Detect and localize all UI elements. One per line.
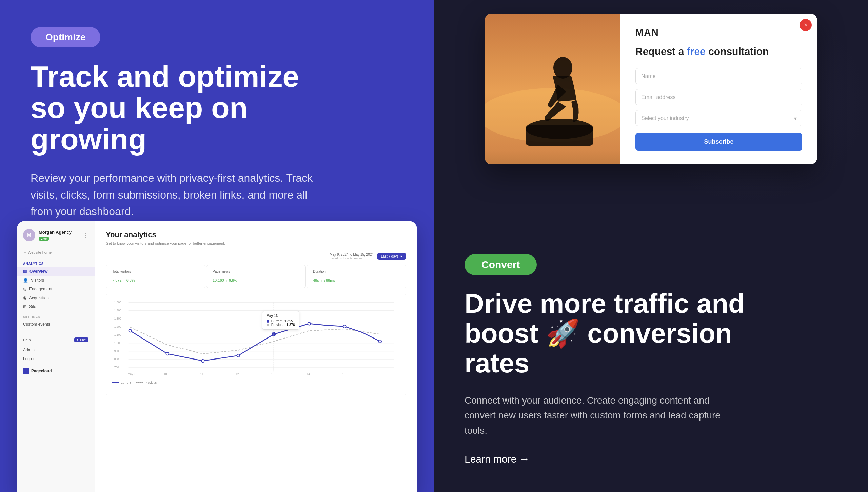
visitors-label: Visitors — [31, 278, 44, 283]
svg-point-36 — [553, 57, 572, 79]
learn-more-right-link[interactable]: Learn more → — [465, 453, 530, 465]
tooltip-current-row: Current 1,355 — [267, 319, 295, 323]
modal-title: Request a free consultation — [635, 45, 802, 58]
subscribe-button[interactable]: Subscribe — [635, 133, 802, 151]
svg-text:1,000: 1,000 — [114, 341, 121, 345]
svg-point-18 — [129, 329, 132, 332]
stat-pageviews-value: 10,160 ↑ 6.8% — [213, 275, 299, 283]
dashboard-sidebar: M Morgan Agency Live ⋮ ← Website home An… — [17, 221, 95, 492]
chart-svg: 1,500 1,400 1,300 1,200 1,100 1,000 900 … — [112, 299, 400, 377]
right-bottom-content: Convert Drive more traffic and boost 🚀 c… — [434, 234, 868, 492]
svg-text:1,100: 1,100 — [114, 333, 121, 336]
legend-prev-line — [136, 382, 143, 383]
sidebar-item-custom-events[interactable]: Custom events — [17, 320, 95, 329]
acquisition-label: Acquisition — [29, 295, 49, 300]
date-chip[interactable]: Last 7 days ▾ — [377, 253, 406, 260]
tooltip-date: May 13 — [267, 314, 295, 318]
sidebar-profile: M Morgan Agency Live ⋮ — [17, 229, 95, 247]
svg-text:14: 14 — [307, 372, 310, 376]
sidebar-pagecloud: Pagecloud — [17, 363, 95, 374]
legend-current-line — [112, 382, 119, 383]
pagecloud-icon — [23, 368, 29, 374]
svg-text:1,400: 1,400 — [114, 309, 121, 312]
sidebar-item-logout[interactable]: Log out — [17, 354, 95, 363]
chat-badge[interactable]: ✦ Chat — [74, 337, 88, 342]
consultation-modal: MAN Request a free consultation Select y… — [485, 14, 817, 164]
modal-close-button[interactable]: × — [800, 19, 812, 31]
sidebar-item-overview[interactable]: ▦ Overview — [17, 267, 95, 276]
date-range-label: May 9, 2024 to May 15, 2024 based on loc… — [330, 253, 374, 260]
svg-text:10: 10 — [164, 372, 167, 376]
dashboard-title: Your analytics — [106, 230, 406, 239]
svg-text:13: 13 — [271, 372, 275, 376]
modal-image — [485, 14, 620, 164]
sidebar-item-visitors[interactable]: 👤 Visitors — [17, 276, 95, 285]
name-input[interactable] — [635, 68, 802, 84]
svg-rect-38 — [526, 125, 593, 146]
modal-brand: MAN — [635, 27, 802, 38]
sidebar-item-site[interactable]: ⊞ Site — [17, 302, 95, 311]
analytics-dashboard-card: M Morgan Agency Live ⋮ ← Website home An… — [17, 221, 417, 492]
stat-page-views: Page views 10,160 ↑ 6.8% — [206, 265, 306, 288]
chart-tooltip: May 13 Current 1,355 Previous 1,276 — [262, 311, 299, 330]
left-panel: Optimize Track and optimize so you keep … — [0, 0, 434, 492]
stat-duration: Duration 48s ↑ 788ms — [307, 265, 406, 288]
sidebar-website-home[interactable]: ← Website home — [17, 247, 95, 258]
sidebar-item-admin[interactable]: Admin — [17, 346, 95, 354]
sidebar-dots-icon[interactable]: ⋮ — [83, 232, 88, 239]
svg-text:May 9: May 9 — [128, 372, 136, 376]
custom-events-label: Custom events — [23, 322, 50, 327]
visitors-icon: 👤 — [23, 278, 28, 283]
avatar: M — [23, 229, 35, 241]
stat-visitors-value: 7,872 ↑ 6.3% — [112, 275, 199, 283]
live-badge: Live — [39, 237, 49, 241]
right-heading: Drive more traffic and boost 🚀 conversio… — [465, 289, 770, 378]
chart-legend: Current Previous — [112, 381, 400, 384]
email-input[interactable] — [635, 89, 802, 105]
overview-icon: ▦ — [23, 269, 27, 274]
svg-text:900: 900 — [114, 349, 119, 353]
site-label: Site — [29, 304, 36, 309]
sidebar-item-engagement[interactable]: ◎ Engagement — [17, 285, 95, 293]
svg-text:1,300: 1,300 — [114, 317, 121, 320]
legend-current: Current — [112, 381, 131, 384]
chart-line-previous — [130, 327, 380, 354]
stat-total-visitors: Total visitors 7,872 ↑ 6.3% — [106, 265, 205, 288]
svg-text:11: 11 — [200, 372, 204, 376]
modal-form: MAN Request a free consultation Select y… — [620, 14, 817, 164]
analytics-section-label: Analytics — [17, 258, 95, 267]
industry-select-wrapper: Select your industry ▾ — [635, 110, 802, 126]
right-subtext: Connect with your audience. Create engag… — [465, 393, 743, 438]
profile-name: Morgan Agency — [39, 230, 72, 235]
tooltip-prev-row: Previous 1,276 — [267, 323, 295, 327]
tooltip-current-dot — [267, 320, 269, 323]
engagement-icon: ◎ — [23, 287, 26, 291]
profile-info: Morgan Agency Live — [39, 230, 72, 241]
person-silhouette-svg — [485, 14, 620, 164]
analytics-chart: 1,500 1,400 1,300 1,200 1,100 1,000 900 … — [106, 294, 406, 395]
stats-row: Total visitors 7,872 ↑ 6.3% Page views 1… — [106, 265, 406, 288]
industry-select[interactable]: Select your industry — [635, 110, 802, 126]
svg-text:800: 800 — [114, 357, 119, 361]
svg-point-23 — [308, 322, 311, 325]
stat-duration-value: 48s ↑ 788ms — [313, 275, 400, 283]
svg-point-21 — [237, 354, 240, 357]
svg-text:1,500: 1,500 — [114, 301, 121, 304]
left-heading: Track and optimize so you keep on growin… — [31, 61, 336, 155]
left-subtext: Review your performance with privacy-fir… — [31, 170, 322, 220]
pagecloud-label: Pagecloud — [31, 369, 52, 373]
sidebar-item-acquisition[interactable]: ◉ Acquisition — [17, 293, 95, 302]
svg-point-20 — [201, 360, 204, 362]
acquisition-icon: ◉ — [23, 295, 26, 300]
overview-label: Overview — [29, 269, 47, 274]
svg-point-25 — [379, 340, 381, 343]
svg-text:15: 15 — [342, 372, 346, 376]
legend-previous: Previous — [136, 381, 157, 384]
tooltip-prev-dot — [267, 324, 269, 326]
date-range-bar: May 9, 2024 to May 15, 2024 based on loc… — [106, 253, 406, 260]
convert-badge[interactable]: Convert — [465, 254, 537, 275]
svg-text:12: 12 — [236, 372, 239, 376]
svg-text:700: 700 — [114, 366, 119, 369]
optimize-badge[interactable]: Optimize — [31, 27, 100, 47]
sidebar-help[interactable]: Help ✦ Chat — [17, 334, 95, 346]
